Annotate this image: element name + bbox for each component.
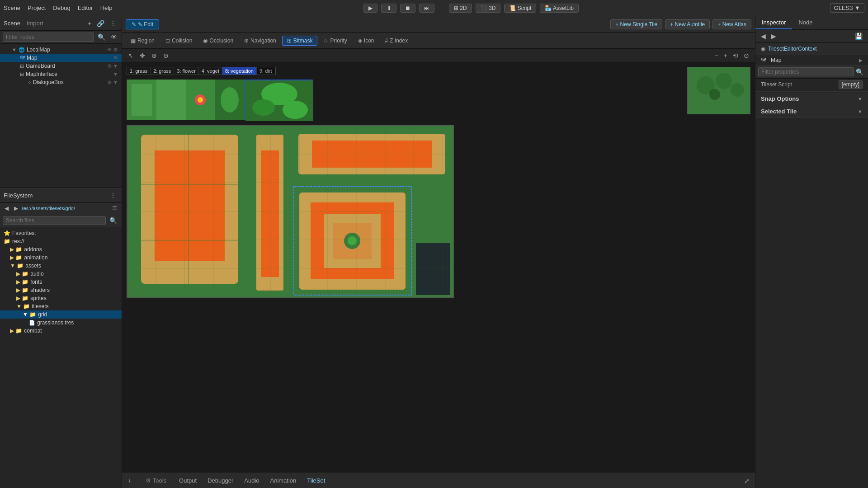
file-grasslands[interactable]: 📄 grasslands.tres (0, 319, 122, 327)
file-assets[interactable]: ▼ 📁 assets (0, 262, 122, 270)
file-combat[interactable]: ▶ 📁 combat (0, 327, 122, 335)
inspector-save[interactable]: 💾 (853, 32, 864, 41)
new-autotile-button[interactable]: + New Autotile (665, 19, 710, 29)
file-res[interactable]: 📁 res:// (0, 237, 122, 245)
mode-2d[interactable]: ⊞ 2D (449, 4, 472, 13)
expand-icon[interactable]: ⤢ (742, 476, 751, 485)
tools-icon[interactable]: ⚙ Tools (146, 477, 166, 484)
fs-menu-button[interactable]: ⋮ (108, 191, 118, 200)
search-files-input[interactable] (3, 216, 106, 225)
file-tilesets[interactable]: ▼ 📁 tilesets (0, 302, 122, 310)
mode-assetlib[interactable]: 🏪 AssetLib (540, 4, 579, 13)
link-node-button[interactable]: 🔗 (95, 19, 106, 28)
fs-view-button[interactable]: ☰ (110, 204, 119, 212)
file-sprites[interactable]: ▶ 📁 sprites (0, 294, 122, 302)
add-node-button[interactable]: + (86, 19, 93, 28)
file-grid[interactable]: ▼ 📁 grid (0, 310, 122, 319)
new-atlas-button[interactable]: + New Atlas (712, 19, 751, 29)
file-shaders[interactable]: ▶ 📁 shaders (0, 286, 122, 294)
tile-preview-3[interactable] (186, 80, 215, 120)
file-audio[interactable]: ▶ 📁 audio (0, 270, 122, 278)
tile-preview-2[interactable] (156, 80, 186, 120)
inspector-tab-node[interactable]: Node (792, 16, 819, 29)
reset-zoom-button[interactable]: ⟲ (731, 51, 741, 60)
mode-script[interactable]: 📜 Script (504, 4, 536, 13)
tab-region[interactable]: ▦ Region (126, 36, 160, 46)
tab-animation[interactable]: Animation (269, 476, 298, 485)
tab-icon[interactable]: ◈ Icon (353, 36, 379, 46)
move-tool[interactable]: ✥ (137, 51, 147, 60)
gles-badge[interactable]: GLES3 ▼ (830, 3, 864, 13)
eye-icon[interactable]: 👁 (109, 33, 119, 42)
forward-button[interactable]: ▶ (12, 204, 20, 212)
svg-point-2 (716, 73, 732, 89)
inspector-history-forward[interactable]: ▶ (769, 32, 778, 41)
inspector-filter-input[interactable] (758, 67, 854, 76)
tileset-main-view[interactable] (127, 125, 454, 298)
tab-tileset[interactable]: TileSet (305, 476, 327, 485)
tileset-viewport[interactable]: 1: grass 2: grass 3: flower 4: veget 8: … (122, 62, 755, 473)
step-button[interactable]: ⏭ (419, 4, 434, 13)
tree-item-map[interactable]: 🗺 Map 👁 (0, 54, 122, 62)
add-tab-button[interactable]: + (126, 476, 133, 485)
menu-editor[interactable]: Editor (78, 5, 93, 11)
stop-button[interactable]: ⏹ (400, 4, 415, 13)
inspector-search-icon[interactable]: 🔍 (854, 67, 865, 76)
search-icon[interactable]: 🔍 (96, 33, 107, 42)
tile-label-4[interactable]: 4: veget (199, 67, 222, 75)
pause-button[interactable]: ⏸ (381, 4, 396, 13)
tile-preview-1[interactable] (127, 80, 156, 120)
tile-label-9[interactable]: 9: dirt (257, 67, 275, 75)
menu-project[interactable]: Project (28, 5, 46, 11)
tab-navigation[interactable]: ⊕ Navigation (239, 36, 281, 46)
menu-scene[interactable]: Scene (4, 5, 20, 11)
tab-occlusion[interactable]: ◉ Occlusion (198, 36, 238, 46)
scene-menu-button[interactable]: ⋮ (108, 19, 118, 28)
new-single-tile-button[interactable]: + New Single Tile (610, 19, 662, 29)
file-fonts[interactable]: ▶ 📁 fonts (0, 278, 122, 286)
tile-label-3[interactable]: 3: flower (174, 67, 199, 75)
tab-output[interactable]: Output (177, 476, 198, 485)
copy-tool[interactable]: ⊕ (149, 51, 159, 60)
tree-item-gameboard[interactable]: ⊞ GameBoard ⚙ ▼ (0, 62, 122, 70)
tab-audio[interactable]: Audio (242, 476, 261, 485)
tab-debugger[interactable]: Debugger (206, 476, 235, 485)
tree-item-localmap[interactable]: ▼ 🌐 LocalMap 👁 ⚙ (0, 46, 122, 54)
zoom-in-button[interactable]: + (722, 51, 730, 60)
menu-help[interactable]: Help (100, 5, 113, 11)
zoom-out-button[interactable]: − (712, 51, 721, 60)
paste-tool[interactable]: ⊖ (161, 51, 171, 60)
tab-priority[interactable]: ☆ Priority (318, 36, 352, 46)
tile-preview-4[interactable] (215, 80, 245, 120)
tab-bitmask[interactable]: ⊞ Bitmask (282, 36, 318, 46)
tile-preview-8[interactable] (245, 80, 312, 120)
remove-tab-button[interactable]: − (135, 476, 142, 485)
filesystem-actions: ⋮ (108, 191, 118, 200)
import-title[interactable]: Import (27, 20, 43, 27)
inspector-history-back[interactable]: ◀ (759, 32, 768, 41)
snap-options-header[interactable]: Snap Options ▼ (755, 93, 868, 105)
tile-label-8[interactable]: 8: vegetation (222, 67, 257, 75)
search-files-icon[interactable]: 🔍 (108, 216, 119, 225)
edit-button[interactable]: ✎ ✎ Edit (126, 19, 159, 29)
tileset-script-value[interactable]: [empty] (839, 80, 863, 89)
tile-label-1[interactable]: 1: grass (127, 67, 151, 75)
tree-item-dialoguebox[interactable]: ○ DialogueBox ⚙ ▼ (0, 78, 122, 86)
tree-item-mapinterface[interactable]: ⊞ MapInterface ▼ (0, 70, 122, 78)
tab-zindex[interactable]: # Z Index (380, 36, 413, 46)
inspector-tab-inspector[interactable]: Inspector (755, 16, 792, 29)
inspector-map-row[interactable]: 🗺 Map ▶ (755, 55, 868, 66)
file-favorites[interactable]: ⭐ Favorites: (0, 229, 122, 237)
mode-3d[interactable]: ⬛ 3D (476, 4, 501, 13)
menu-debug[interactable]: Debug (53, 5, 70, 11)
filter-nodes-input[interactable] (3, 33, 94, 42)
back-button[interactable]: ◀ (3, 204, 10, 212)
selected-tile-header[interactable]: Selected Tile ▼ (755, 105, 868, 118)
tab-collision[interactable]: ◻ Collision (160, 36, 197, 46)
tile-label-2[interactable]: 2: grass (151, 67, 174, 75)
file-animation[interactable]: ▶ 📁 animation (0, 253, 122, 262)
file-addons[interactable]: ▶ 📁 addons (0, 245, 122, 253)
select-tool[interactable]: ↖ (126, 51, 136, 60)
play-button[interactable]: ▶ (363, 4, 377, 13)
fit-view-button[interactable]: ⊙ (741, 51, 751, 60)
